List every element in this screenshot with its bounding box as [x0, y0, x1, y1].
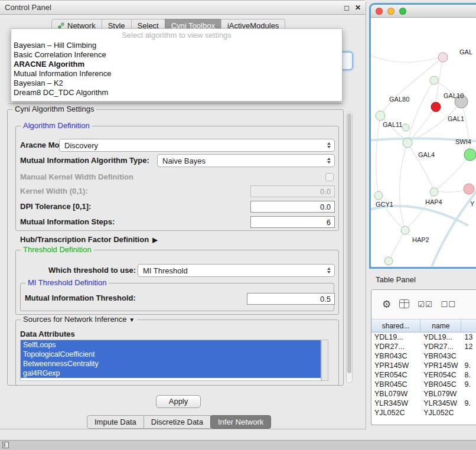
table-row[interactable]: YLR345WYLR345W9.: [371, 399, 476, 408]
bottom-dock-strip: [0, 440, 476, 450]
table-row[interactable]: YER054CYER054C8.: [371, 370, 476, 380]
node-label: GAL10: [444, 92, 464, 99]
network-node[interactable]: [403, 138, 412, 148]
hide-columns-icon[interactable]: ☐☐: [441, 299, 456, 309]
expand-right-icon: ▶: [152, 236, 157, 243]
apply-button[interactable]: Apply: [156, 395, 201, 408]
table-header: shared... name: [371, 319, 476, 332]
algorithm-option[interactable]: ARACNE Algorithm: [11, 60, 342, 69]
attributes-list[interactable]: SelfLoopsTopologicalCoefficientBetweenne…: [20, 340, 321, 381]
zoom-traffic-light[interactable]: [399, 8, 406, 15]
algorithm-option[interactable]: Bayesian – Hill Climbing: [11, 41, 342, 50]
mi-threshold-field[interactable]: 0.5: [247, 293, 335, 305]
attribute-item[interactable]: SelfLoops: [21, 340, 321, 350]
table-cell: YBR045C: [371, 380, 420, 389]
network-edge: [400, 143, 407, 229]
table-row[interactable]: YDL19...YDL19...13: [371, 332, 476, 342]
network-canvas[interactable]: GALGAL80GAL10GAL11GAL1SWI4GAL4GCY1HAP4YH…: [371, 18, 476, 266]
table-row[interactable]: YBR043CYBR043C: [371, 351, 476, 361]
attribute-item[interactable]: TopologicalCoefficient: [21, 350, 321, 359]
table-cell: YBR045C: [420, 380, 461, 389]
which-threshold-select[interactable]: MI Threshold: [138, 264, 335, 277]
network-node[interactable]: [374, 191, 383, 200]
table-cell: YBR043C: [420, 351, 461, 361]
close-icon[interactable]: ✕: [355, 4, 361, 11]
node-label: GAL11: [383, 121, 402, 128]
network-node[interactable]: [402, 124, 409, 131]
kernel-width-field[interactable]: 0.0: [250, 185, 335, 197]
network-edge: [389, 230, 405, 260]
table-row[interactable]: YJL052CYJL052C: [371, 408, 476, 418]
node-label: GAL80: [389, 96, 409, 103]
table-panel-label: Table Panel: [376, 275, 416, 284]
table-cell: YJL052C: [420, 408, 461, 418]
threshold-definition-title: Threshold Definition: [21, 245, 94, 255]
aracne-mode-select[interactable]: Discovery: [59, 139, 335, 152]
network-node[interactable]: [384, 257, 393, 265]
hub-section-toggle[interactable]: Hub/Transcription Factor Definition▶: [20, 233, 158, 246]
table-cell: YJL052C: [371, 408, 420, 418]
minimize-traffic-light[interactable]: [387, 8, 395, 15]
tab-discretize-data[interactable]: Discretize Data: [144, 415, 211, 429]
table-cell: 9.: [461, 380, 476, 389]
control-panel-window: Control Panel ◻ ✕ Network Style Select C…: [0, 0, 366, 429]
show-checked-columns-icon[interactable]: ☑☑: [418, 299, 432, 309]
float-window-icon[interactable]: ◻: [344, 4, 350, 11]
table-cell: YPR145W: [371, 361, 420, 370]
table-toolbar: ⚙ ☑☑ ☐☐: [371, 290, 476, 319]
column-header[interactable]: [461, 319, 476, 332]
network-node[interactable]: [464, 149, 476, 161]
network-edge: [407, 143, 433, 190]
sources-toggle[interactable]: Sources for Network Inference ▼: [21, 315, 137, 325]
column-header[interactable]: shared...: [371, 319, 420, 332]
network-node[interactable]: [430, 76, 438, 84]
mi-steps-field[interactable]: 6: [250, 216, 335, 228]
tab-infer-network[interactable]: Infer Network: [210, 415, 271, 429]
table-cell: YER054C: [420, 370, 461, 380]
chevron-updown-icon: [324, 158, 334, 164]
attribute-item[interactable]: BetweennessCentrality: [21, 359, 321, 369]
table-row[interactable]: YDR27...YDR27...12: [371, 342, 476, 351]
network-node[interactable]: [401, 226, 409, 234]
tab-impute-data[interactable]: Impute Data: [87, 415, 144, 429]
close-traffic-light[interactable]: [376, 8, 383, 15]
algorithm-option[interactable]: Basic Correlation Inference: [11, 50, 342, 60]
algorithm-option[interactable]: Mutual Information Inference: [11, 69, 342, 79]
manual-kernel-checkbox[interactable]: [325, 173, 334, 181]
network-node[interactable]: [438, 53, 448, 62]
algorithm-option[interactable]: Bayesian – K2: [11, 79, 342, 88]
network-node[interactable]: [430, 188, 438, 196]
network-node[interactable]: [431, 102, 441, 112]
node-label: HAP2: [412, 236, 429, 243]
attributes-list-scrollbar[interactable]: [321, 340, 328, 381]
table-cell: 9.: [461, 399, 476, 408]
expand-down-icon: ▼: [129, 317, 135, 323]
gear-icon[interactable]: ⚙: [382, 299, 391, 309]
table-cell: [461, 408, 476, 418]
table-body: YDL19...YDL19...13YDR27...YDR27...12YBR0…: [371, 332, 476, 418]
table-panel-window: ⚙ ☑☑ ☐☐ shared... name YDL19...YDL19...1…: [371, 289, 476, 425]
table-row[interactable]: YBR045CYBR045C9.: [371, 380, 476, 389]
table-row[interactable]: YPR145WYPR145W9.: [371, 361, 476, 370]
panel-dock-icon[interactable]: [2, 442, 9, 448]
network-edge: [376, 116, 380, 194]
dpi-tolerance-field[interactable]: 0.0: [250, 201, 335, 213]
settings-scrollbar[interactable]: [346, 112, 353, 383]
node-label: GAL: [459, 48, 472, 56]
network-edge: [436, 155, 470, 190]
mi-type-select[interactable]: Naive Bayes: [157, 154, 335, 167]
attribute-item[interactable]: gal4RGexp: [21, 369, 321, 378]
network-window-titlebar[interactable]: [371, 5, 476, 18]
network-node[interactable]: [376, 111, 385, 120]
columns-icon[interactable]: [399, 299, 409, 310]
table-cell: 13: [461, 332, 476, 342]
node-label: GAL1: [448, 115, 464, 122]
algorithm-option[interactable]: Dream8 DC_TDC Algorithm: [11, 88, 342, 97]
column-header[interactable]: name: [420, 319, 461, 332]
table-row[interactable]: YBL079WYBL079W: [371, 389, 476, 399]
table-cell: YPR145W: [420, 361, 461, 370]
table-cell: YLR345W: [371, 399, 420, 408]
table-cell: YBL079W: [420, 389, 461, 399]
control-panel-titlebar[interactable]: Control Panel ◻ ✕: [0, 1, 366, 15]
network-node[interactable]: [464, 184, 474, 194]
